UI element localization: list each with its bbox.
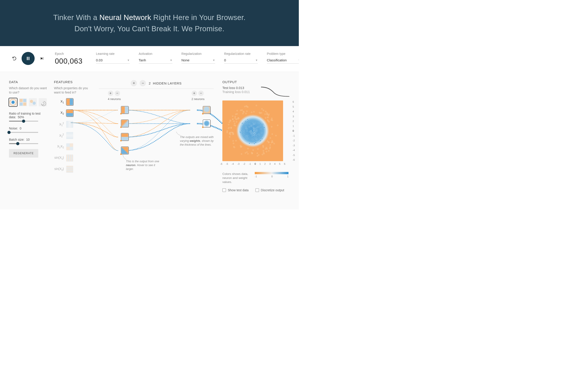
noise-label: Noise: 0 <box>9 127 47 130</box>
feature-node-sinx2[interactable] <box>66 166 73 173</box>
layer2-add-neuron[interactable]: + <box>192 91 197 96</box>
svg-point-92 <box>258 126 259 127</box>
svg-point-237 <box>263 152 264 153</box>
feature-x1[interactable]: X1 <box>54 98 90 105</box>
feature-x2[interactable]: X2 <box>54 109 90 117</box>
noise-slider[interactable] <box>9 132 38 133</box>
svg-point-165 <box>272 118 272 119</box>
add-layer-button[interactable]: + <box>131 80 137 86</box>
data-title: DATA <box>9 80 47 84</box>
regenerate-button[interactable]: REGENERATE <box>9 149 38 158</box>
discretize-checkbox[interactable]: Discretize output <box>256 188 284 192</box>
dataset-xor[interactable] <box>19 98 27 106</box>
layer2-remove-neuron[interactable]: − <box>198 91 204 96</box>
ratio-slider[interactable] <box>9 121 38 122</box>
feature-node-x2sq[interactable] <box>66 132 73 139</box>
svg-point-54 <box>252 136 252 137</box>
learning-rate-select[interactable]: 0.03 ▼ <box>96 57 130 64</box>
feature-label-x1sq: X12 <box>54 122 64 127</box>
layer1-neuron-4[interactable] <box>121 147 128 154</box>
svg-point-73 <box>253 124 254 125</box>
feature-node-x1sq[interactable] <box>66 121 73 128</box>
show-test-checkbox[interactable]: Show test data <box>222 188 249 192</box>
dataset-spiral[interactable] <box>39 98 47 106</box>
batch-label: Batch size: 10 <box>9 138 47 141</box>
layer1-neuron-1[interactable] <box>121 106 128 114</box>
feature-node-x1[interactable] <box>66 98 73 105</box>
svg-point-192 <box>234 147 235 148</box>
svg-point-208 <box>268 142 269 143</box>
svg-point-46 <box>245 121 246 122</box>
train-loss: Training loss 0.011 <box>222 90 250 94</box>
remove-layer-button[interactable]: − <box>140 80 146 86</box>
feature-x1x2[interactable]: X1X2 <box>54 143 90 150</box>
output-plot[interactable] <box>222 100 283 161</box>
problem-type-select[interactable]: Classification ▼ <box>267 57 299 64</box>
output-checks: Show test data Discretize output <box>222 188 290 192</box>
feature-sinx2[interactable]: sin(X2) <box>54 166 90 173</box>
svg-point-85 <box>241 130 242 131</box>
layer1-add-neuron[interactable]: + <box>108 91 113 96</box>
svg-point-52 <box>260 129 261 129</box>
svg-point-146 <box>272 140 272 141</box>
regularization-rate-value: 0 <box>224 58 226 62</box>
step-button[interactable] <box>38 54 46 62</box>
svg-point-209 <box>263 110 264 111</box>
svg-point-101 <box>241 127 242 128</box>
svg-point-158 <box>242 113 243 114</box>
regularization-rate-label: Regularization rate <box>224 52 258 55</box>
svg-point-81 <box>256 138 256 139</box>
play-pause-button[interactable] <box>22 52 35 65</box>
layer2-neuron-2[interactable] <box>203 120 210 127</box>
hero-line2: Don't Worry, You Can't Break It. We Prom… <box>74 24 224 33</box>
batch-slider-group: Batch size: 10 <box>9 138 47 144</box>
activation-control: Activation Tanh ▼ <box>139 52 172 64</box>
dataset-circle[interactable] <box>9 98 17 106</box>
svg-point-16 <box>254 128 256 129</box>
svg-point-217 <box>242 110 242 111</box>
feature-node-x1x2[interactable] <box>66 143 73 150</box>
svg-point-68 <box>260 125 261 126</box>
feature-node-x2[interactable] <box>66 109 73 117</box>
hero-line1-pre: Tinker With a <box>53 13 100 21</box>
svg-point-105 <box>243 130 244 131</box>
svg-point-144 <box>231 132 232 133</box>
svg-rect-8 <box>23 102 26 106</box>
regularization-select[interactable]: None ▼ <box>182 57 215 64</box>
svg-point-225 <box>243 112 244 113</box>
feature-label-x2: X2 <box>54 111 64 115</box>
svg-point-181 <box>270 138 271 138</box>
layer2-neuron-1[interactable] <box>203 106 210 114</box>
activation-select[interactable]: Tanh ▼ <box>139 57 172 64</box>
svg-point-125 <box>246 135 246 136</box>
reset-button[interactable] <box>10 54 18 62</box>
layer1-neuron-2[interactable] <box>121 120 128 127</box>
svg-point-134 <box>271 126 272 127</box>
layer1-neuron-3[interactable] <box>121 133 128 141</box>
svg-point-120 <box>247 138 248 139</box>
svg-point-10 <box>32 102 36 105</box>
svg-point-193 <box>247 106 248 107</box>
features-subtitle: Which properties do you want to feed in? <box>54 86 90 95</box>
svg-point-222 <box>230 134 231 135</box>
svg-point-207 <box>257 155 258 156</box>
svg-point-87 <box>254 143 255 144</box>
weights-callout: The outputs are mixed with varying weigh… <box>180 135 216 147</box>
feature-label-x1x2: X1X2 <box>54 144 64 149</box>
pause-icon <box>26 56 30 61</box>
svg-point-117 <box>244 137 245 138</box>
svg-point-250 <box>230 120 230 121</box>
feature-sinx1[interactable]: sin(X1) <box>54 154 90 162</box>
batch-slider[interactable] <box>9 143 38 144</box>
svg-point-28 <box>249 143 250 144</box>
layer1-controls: + − <box>108 91 121 96</box>
svg-point-141 <box>248 148 248 149</box>
feature-x2sq[interactable]: X22 <box>54 132 90 139</box>
feature-x1sq[interactable]: X12 <box>54 121 90 128</box>
regularization-rate-select[interactable]: 0 ▼ <box>224 57 258 64</box>
hero-title: Tinker With a Neural Network Right Here … <box>53 12 246 34</box>
feature-node-sinx1[interactable] <box>66 154 73 162</box>
dataset-gauss[interactable] <box>29 98 37 106</box>
svg-point-199 <box>276 135 276 136</box>
layer1-remove-neuron[interactable]: − <box>115 91 120 96</box>
